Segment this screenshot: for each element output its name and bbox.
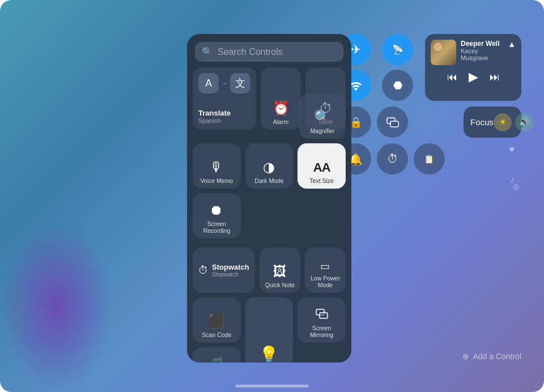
media-info: Deeper Well Kacey Musgrave	[461, 40, 503, 61]
media-top: Deeper Well Kacey Musgrave ▲	[431, 40, 516, 65]
low-power-label: Low Power Mode	[308, 275, 342, 288]
sun-icon-button[interactable]: ☀	[494, 113, 512, 131]
recognize-music-icon: 🎵	[208, 356, 225, 363]
album-art	[431, 40, 456, 65]
media-title: Deeper Well	[461, 40, 503, 48]
stopwatch-label: Stopwatch	[212, 263, 249, 271]
cc-top-row: ✈ 📡 ⬣ Deeper Well Kacey Musgrave ▲ ⏮ ▶ ⏭	[340, 34, 521, 101]
cc-bottom-row: 🔔 ⏱ 📋	[340, 143, 521, 174]
dark-mode-icon: ◑	[263, 159, 275, 175]
add-controls-panel: 🔍 A → 文 Translate Spanish ⏰ Alarm	[187, 34, 351, 363]
magnifier-label: Magnifier	[310, 127, 334, 134]
scan-code-icon: ⬛	[208, 313, 225, 329]
speaker-icon-button[interactable]: 🔊	[515, 113, 533, 131]
text-size-control[interactable]: AA Text Size	[298, 143, 346, 189]
stopwatch-row: ⏱ Stopwatch Stopwatch 🖼 Quick Note ▭ Low…	[193, 198, 346, 293]
wifi-calling-button[interactable]: 📡	[382, 34, 413, 65]
home-scene-control[interactable]: 💡 Scene or Accessory Home	[245, 297, 294, 363]
translate-icons: A → 文	[198, 73, 250, 93]
signal-indicator: ◎	[340, 182, 521, 191]
home-indicator	[235, 385, 309, 387]
controls-bottom-rows: ⬛ Scan Code 💡 Scene or Accessory Home Sc…	[187, 297, 351, 363]
quick-note-label: Quick Note	[265, 282, 295, 288]
controls-row-1b: 🔍 Magnifier	[193, 93, 346, 139]
airplay-icon[interactable]: ▲	[508, 40, 516, 49]
heart-icon: ♥	[509, 144, 515, 155]
scan-code-control[interactable]: ⬛ Scan Code	[193, 297, 241, 343]
magnifier-icon: 🔍	[314, 109, 331, 125]
quick-note-icon: 🖼	[273, 263, 287, 279]
add-control-label: Add a Control	[473, 352, 521, 361]
stopwatch-labels: Stopwatch Stopwatch	[212, 263, 249, 278]
voice-memo-control[interactable]: 🎙 Voice Memo	[193, 143, 241, 189]
voice-memo-label: Voice Memo	[200, 177, 233, 184]
home-scene-icon: 💡	[259, 345, 279, 363]
voice-memo-icon: 🎙	[210, 159, 223, 175]
dark-mode-label: Dark Mode	[254, 177, 283, 184]
recognize-music-control[interactable]: 🎵 Recognize Music	[193, 347, 241, 363]
volume-brightness-area	[414, 106, 458, 138]
screen-mirroring-label: Screen Mirroring	[301, 325, 342, 338]
low-power-icon: ▭	[320, 260, 330, 272]
panel-content: A → 文 Translate Spanish ⏰ Alarm ⏱ Timer	[187, 67, 351, 293]
control-center-panel: ✈ 📡 ⬣ Deeper Well Kacey Musgrave ▲ ⏮ ▶ ⏭	[340, 34, 521, 191]
play-pause-button[interactable]: ▶	[469, 70, 478, 84]
focus-card: Focus ☀ 🔊	[464, 106, 521, 138]
bluetooth-button[interactable]: ⬣	[382, 70, 413, 101]
screen-mirroring-control[interactable]: Screen Mirroring	[298, 297, 346, 343]
timer-button[interactable]: ⏱	[377, 143, 408, 174]
rewind-button[interactable]: ⏮	[447, 71, 457, 83]
search-icon: 🔍	[202, 46, 213, 57]
svg-rect-3	[320, 313, 328, 318]
stopwatch-wide-control[interactable]: ⏱ Stopwatch Stopwatch	[193, 248, 255, 293]
stopwatch-icon: ⏱	[198, 265, 209, 276]
quick-note-control[interactable]: 🖼 Quick Note	[260, 248, 300, 293]
controls-row-2: 🎙 Voice Memo ◑ Dark Mode AA Text Size	[193, 143, 346, 189]
search-bar: 🔍	[195, 42, 343, 62]
cc-mid-row: 🔒 Focus ☀ 🔊	[340, 106, 521, 138]
screen-mirroring-icon	[316, 306, 328, 322]
text-size-label: Text Size	[309, 177, 334, 184]
note-button[interactable]: 📋	[414, 143, 445, 174]
stopwatch-sublabel: Stopwatch	[212, 271, 249, 278]
add-control-icon: ⊕	[462, 352, 469, 361]
scan-code-label: Scan Code	[202, 331, 231, 338]
translate-arrow: →	[221, 79, 228, 87]
focus-icons: ☀ 🔊	[494, 113, 533, 131]
add-control-button[interactable]: ⊕ Add a Control	[462, 352, 521, 361]
translate-icon-b: 文	[230, 73, 250, 93]
text-size-icon: AA	[313, 160, 330, 175]
dark-mode-control[interactable]: ◑ Dark Mode	[245, 143, 294, 189]
svg-rect-1	[390, 121, 398, 127]
focus-label: Focus	[470, 117, 494, 127]
media-card: Deeper Well Kacey Musgrave ▲ ⏮ ▶ ⏭	[425, 34, 521, 101]
fast-forward-button[interactable]: ⏭	[490, 71, 500, 83]
media-controls: ⏮ ▶ ⏭	[431, 70, 516, 84]
connectivity-grid: ✈ 📡 ⬣	[340, 34, 419, 101]
magnifier-control[interactable]: 🔍 Magnifier	[299, 93, 346, 139]
music-note-icon: ♪	[510, 174, 515, 185]
search-input[interactable]	[218, 47, 337, 57]
screen-mirror-button[interactable]	[377, 106, 408, 138]
translate-icon-a: A	[198, 73, 219, 93]
media-artist: Kacey Musgrave	[461, 48, 503, 61]
low-power-control[interactable]: ▭ Low Power Mode	[305, 248, 346, 293]
